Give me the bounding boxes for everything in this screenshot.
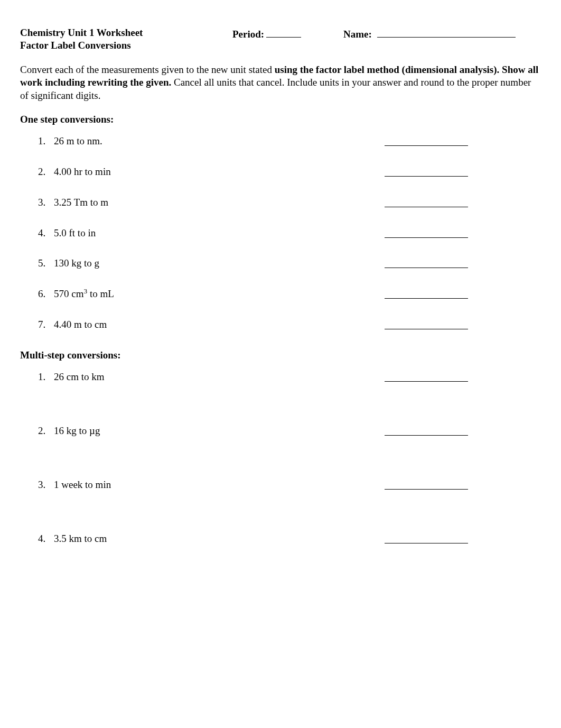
question-row: 4.3.5 km to cm [38, 532, 541, 545]
question-number: 5. [38, 257, 54, 270]
question-text: 570 cm3 to mL [54, 288, 385, 300]
period-field: Period: [232, 26, 343, 41]
answer-blank[interactable] [385, 135, 468, 146]
question-text: 3.25 Tm to m [54, 196, 385, 209]
question-row: 6.570 cm3 to mL [38, 288, 541, 300]
answer-blank[interactable] [385, 165, 468, 177]
question-text: 4.00 hr to min [54, 165, 385, 178]
answer-blank[interactable] [385, 478, 468, 490]
answer-blank[interactable] [385, 288, 468, 299]
answer-blank[interactable] [385, 196, 468, 207]
question-row: 1.26 m to nm. [38, 135, 541, 148]
question-text: 26 cm to km [54, 371, 385, 383]
name-field: Name: [343, 26, 541, 41]
question-text: 4.40 m to cm [54, 318, 385, 331]
question-text: 130 kg to g [54, 257, 385, 270]
answer-blank[interactable] [385, 425, 468, 436]
question-number: 3. [38, 196, 54, 209]
question-row: 3.3.25 Tm to m [38, 196, 541, 209]
question-number: 2. [38, 425, 54, 437]
question-row: 3.1 week to min [38, 478, 541, 491]
worksheet-title-line2: Factor Label Conversions [20, 39, 232, 52]
name-blank[interactable] [377, 26, 516, 38]
sections-container: One step conversions:1.26 m to nm.2. 4.0… [20, 113, 541, 545]
question-text: 3.5 km to cm [54, 532, 385, 545]
instructions-text-1: Convert each of the measurements given t… [20, 64, 275, 75]
question-number: 1. [38, 135, 54, 148]
question-number: 4. [38, 532, 54, 545]
question-row: 1.26 cm to km [38, 371, 541, 383]
question-list: 1.26 m to nm.2. 4.00 hr to min3.3.25 Tm … [38, 135, 541, 330]
period-label: Period: [232, 28, 264, 41]
question-text: 1 week to min [54, 478, 385, 491]
question-text: 16 kg to µg [54, 425, 385, 437]
period-blank[interactable] [266, 26, 301, 38]
question-number: 1. [38, 371, 54, 383]
name-label: Name: [343, 28, 372, 41]
answer-blank[interactable] [385, 318, 468, 329]
worksheet-header: Chemistry Unit 1 Worksheet Factor Label … [20, 26, 541, 52]
question-row: 2. 4.00 hr to min [38, 165, 541, 178]
question-number: 4. [38, 227, 54, 239]
question-number: 2. [38, 165, 54, 178]
question-number: 7. [38, 318, 54, 331]
question-row: 7.4.40 m to cm [38, 318, 541, 331]
section-heading: Multi-step conversions: [20, 349, 541, 362]
section-heading: One step conversions: [20, 113, 541, 126]
question-text: 5.0 ft to in [54, 227, 385, 239]
answer-blank[interactable] [385, 371, 468, 382]
instructions-paragraph: Convert each of the measurements given t… [20, 63, 541, 103]
header-title-block: Chemistry Unit 1 Worksheet Factor Label … [20, 26, 232, 52]
question-row: 2.16 kg to µg [38, 425, 541, 437]
answer-blank[interactable] [385, 257, 468, 268]
question-list: 1.26 cm to km2.16 kg to µg3.1 week to mi… [38, 371, 541, 545]
question-number: 6. [38, 288, 54, 300]
question-number: 3. [38, 478, 54, 491]
worksheet-title-line1: Chemistry Unit 1 Worksheet [20, 26, 232, 39]
question-text: 26 m to nm. [54, 135, 385, 148]
question-row: 5.130 kg to g [38, 257, 541, 270]
answer-blank[interactable] [385, 532, 468, 543]
question-row: 4.5.0 ft to in [38, 227, 541, 239]
answer-blank[interactable] [385, 227, 468, 238]
